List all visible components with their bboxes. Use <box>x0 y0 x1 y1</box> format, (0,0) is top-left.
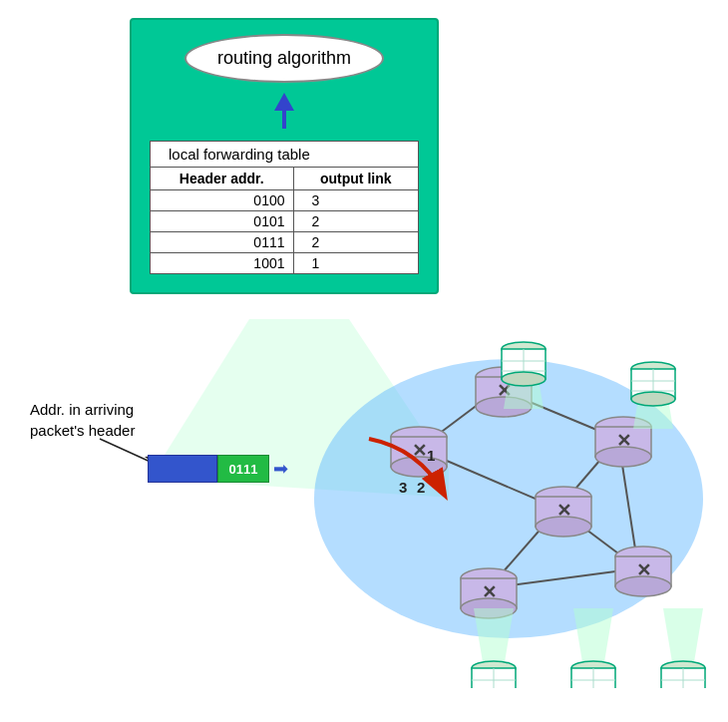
col2-header: output link <box>293 168 419 190</box>
svg-point-51 <box>631 392 675 406</box>
host-bottom-left <box>459 608 529 688</box>
svg-point-19 <box>595 417 651 437</box>
svg-rect-61 <box>571 668 615 688</box>
table-row: 0111 2 <box>151 232 419 253</box>
table-title: local forwarding table <box>151 142 419 168</box>
header-addr-4: 1001 <box>151 253 294 274</box>
host-bottom-center <box>558 608 628 688</box>
table-row: 1001 1 <box>151 253 419 274</box>
header-addr-1: 0100 <box>151 190 294 211</box>
svg-point-39 <box>502 342 546 356</box>
svg-point-29 <box>461 598 517 618</box>
output-link-4: 1 <box>293 253 419 274</box>
svg-rect-28 <box>461 578 517 608</box>
network-cloud <box>309 329 728 648</box>
packet-right-arrow: ➡ <box>273 458 288 480</box>
svg-point-2 <box>314 359 703 638</box>
arriving-packet: 0111 ➡ <box>148 455 292 483</box>
svg-rect-32 <box>615 556 671 586</box>
svg-text:✕: ✕ <box>616 431 631 451</box>
svg-rect-16 <box>476 377 532 407</box>
network-diagram: ✕ ✕ ✕ ✕ ✕ ✕ <box>329 329 728 668</box>
svg-text:✕: ✕ <box>497 381 512 401</box>
link-label-2: 2 <box>417 479 425 496</box>
svg-marker-0 <box>274 93 294 129</box>
output-arrow <box>359 429 459 509</box>
svg-rect-20 <box>595 427 651 457</box>
table-row: 0101 2 <box>151 211 419 232</box>
addr-label-line1: Addr. in arriving <box>30 401 134 418</box>
svg-rect-24 <box>536 497 591 527</box>
table-row: 0100 3 <box>151 190 419 211</box>
svg-point-53 <box>472 661 516 675</box>
packet-green-address: 0111 <box>217 455 269 483</box>
svg-text:✕: ✕ <box>636 560 651 580</box>
svg-line-10 <box>489 568 638 588</box>
svg-line-4 <box>499 389 618 439</box>
svg-text:✕: ✕ <box>412 441 427 461</box>
svg-point-44 <box>502 372 546 386</box>
svg-rect-47 <box>631 369 675 399</box>
svg-rect-68 <box>661 668 705 688</box>
output-link-2: 2 <box>293 211 419 232</box>
routing-box: routing algorithm local forwarding table… <box>130 18 439 294</box>
svg-point-25 <box>536 517 591 537</box>
svg-marker-66 <box>663 608 703 668</box>
svg-line-9 <box>618 439 638 568</box>
svg-point-21 <box>595 447 651 467</box>
svg-text:✕: ✕ <box>556 501 571 521</box>
link-label-3: 3 <box>399 479 407 496</box>
svg-point-31 <box>615 546 671 566</box>
svg-point-46 <box>631 362 675 376</box>
addr-label: Addr. in arriving packet's header <box>30 399 135 441</box>
link-label-1: 1 <box>427 447 435 464</box>
header-addr-2: 0101 <box>151 211 294 232</box>
host-top <box>489 339 558 409</box>
svg-point-15 <box>476 367 532 387</box>
packet-blue-part <box>148 455 217 483</box>
svg-point-60 <box>571 661 615 675</box>
svg-line-3 <box>419 389 499 449</box>
svg-rect-54 <box>472 668 516 688</box>
svg-marker-52 <box>474 608 514 668</box>
svg-point-27 <box>461 568 517 588</box>
routing-oval: routing algorithm <box>184 34 384 83</box>
svg-point-11 <box>391 427 447 447</box>
col1-header: Header addr. <box>151 168 294 190</box>
svg-marker-38 <box>504 349 544 409</box>
svg-line-5 <box>419 449 558 509</box>
svg-marker-59 <box>573 608 613 668</box>
svg-marker-45 <box>633 369 673 429</box>
svg-point-67 <box>661 661 705 675</box>
output-link-1: 3 <box>293 190 419 211</box>
svg-line-7 <box>489 509 558 588</box>
down-arrow <box>150 93 419 133</box>
svg-point-13 <box>391 457 447 477</box>
host-top-right <box>618 359 688 429</box>
addr-label-line2: packet's header <box>30 422 135 439</box>
forwarding-table: local forwarding table Header addr. outp… <box>150 141 419 274</box>
svg-line-8 <box>558 509 638 568</box>
routing-oval-text: routing algorithm <box>217 48 351 68</box>
host-bottom-right <box>648 608 718 688</box>
svg-point-33 <box>615 576 671 596</box>
svg-rect-12 <box>391 437 447 467</box>
svg-text:✕: ✕ <box>482 582 497 602</box>
header-addr-3: 0111 <box>151 232 294 253</box>
svg-line-36 <box>100 439 155 464</box>
svg-rect-40 <box>502 349 546 379</box>
svg-line-6 <box>558 439 618 509</box>
svg-point-17 <box>476 397 532 417</box>
svg-point-23 <box>536 487 591 507</box>
output-link-3: 2 <box>293 232 419 253</box>
